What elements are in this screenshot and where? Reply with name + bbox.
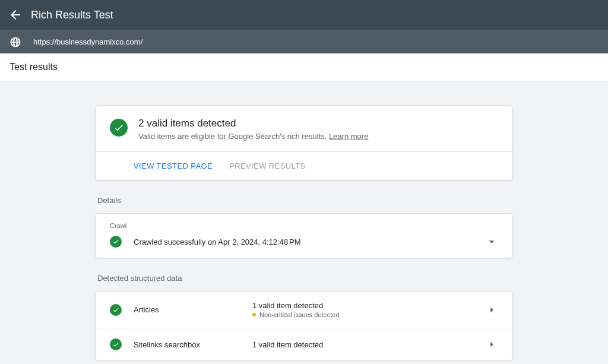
summary-actions: VIEW TESTED PAGE PREVIEW RESULTS — [96, 152, 512, 180]
item-name: Sitelinks searchbox — [134, 340, 252, 349]
section-title: Test results — [10, 62, 598, 72]
globe-icon — [8, 35, 23, 49]
crawl-card: Crawl Crawled successfully on Apr 2, 202… — [95, 213, 513, 258]
view-tested-page-button[interactable]: VIEW TESTED PAGE — [134, 162, 213, 170]
item-status-block: 1 valid item detected — [252, 340, 485, 349]
learn-more-link[interactable]: Learn more — [329, 132, 368, 141]
page-title: Rich Results Test — [31, 9, 113, 21]
item-status: 1 valid item detected — [252, 301, 485, 310]
back-button[interactable] — [8, 8, 23, 22]
chevron-down-icon — [485, 235, 498, 248]
item-warning-text: Non-critical issues detected — [259, 311, 340, 318]
tested-url: https://businessdynamixco.com/ — [33, 37, 142, 46]
chevron-right-icon — [485, 338, 498, 351]
item-warning: Non-critical issues detected — [252, 311, 485, 318]
summary-subtext-text: Valid items are eligible for Google Sear… — [138, 132, 329, 141]
item-status: 1 valid item detected — [252, 340, 485, 349]
summary-card: 2 valid items detected Valid items are e… — [95, 105, 513, 181]
summary-headline: 2 valid items detected — [138, 118, 368, 129]
summary-header: 2 valid items detected Valid items are e… — [96, 106, 512, 152]
warning-dot-icon — [252, 313, 256, 316]
detected-label: Detected structured data — [97, 274, 511, 283]
section-bar: Test results — [0, 53, 608, 81]
check-circle-icon — [110, 338, 122, 350]
item-name: Articles — [134, 305, 252, 314]
check-circle-icon — [110, 236, 122, 248]
url-bar: https://businessdynamixco.com/ — [0, 30, 608, 53]
arrow-left-icon — [8, 8, 23, 22]
summary-subtext: Valid items are eligible for Google Sear… — [138, 132, 368, 141]
check-circle-icon — [110, 119, 128, 137]
chevron-right-icon — [485, 303, 498, 316]
details-label: Details — [97, 196, 511, 205]
crawl-status: Crawled successfully on Apr 2, 2024, 4:1… — [134, 238, 485, 246]
check-circle-icon — [110, 304, 122, 316]
content: 2 valid items detected Valid items are e… — [90, 105, 518, 364]
structured-data-row-articles[interactable]: Articles 1 valid item detected Non-criti… — [96, 292, 512, 328]
preview-results-button: PREVIEW RESULTS — [229, 162, 306, 170]
titlebar: Rich Results Test — [0, 0, 608, 30]
crawl-label: Crawl — [96, 214, 512, 229]
crawl-row[interactable]: Crawled successfully on Apr 2, 2024, 4:1… — [96, 229, 512, 258]
structured-data-row-sitelinks[interactable]: Sitelinks searchbox 1 valid item detecte… — [96, 328, 512, 360]
item-status-block: 1 valid item detected Non-critical issue… — [252, 301, 485, 318]
structured-data-card: Articles 1 valid item detected Non-criti… — [95, 291, 513, 361]
